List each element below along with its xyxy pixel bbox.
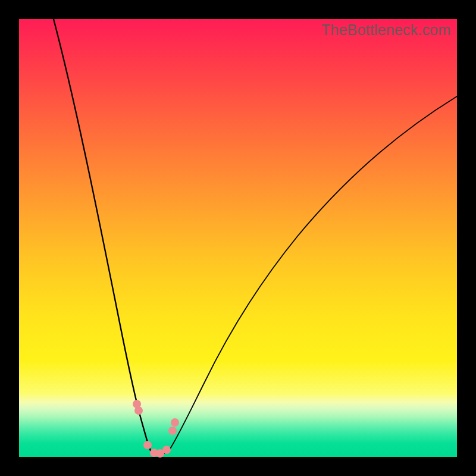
curve-right-branch bbox=[170, 96, 457, 449]
marker-dot bbox=[168, 427, 177, 435]
chart-frame: TheBottleneck.com bbox=[0, 0, 476, 476]
curve-left-branch bbox=[54, 19, 151, 450]
marker-dot bbox=[171, 418, 179, 427]
marker-dot bbox=[162, 446, 171, 454]
marker-group bbox=[133, 400, 179, 458]
chart-svg bbox=[19, 19, 457, 457]
plot-area: TheBottleneck.com bbox=[19, 19, 457, 457]
marker-dot bbox=[143, 441, 152, 449]
marker-dot bbox=[134, 406, 143, 415]
